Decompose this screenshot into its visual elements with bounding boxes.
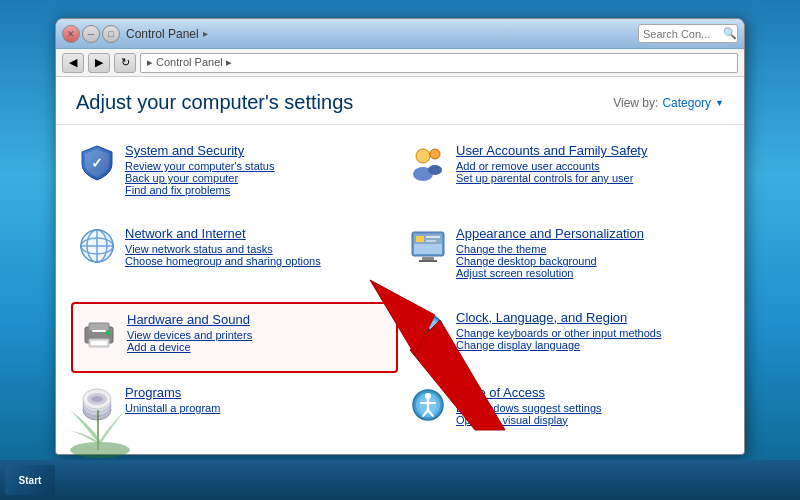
view-by-label: View by: [613,96,658,110]
page-title: Adjust your computer's settings [76,91,353,114]
breadcrumb-arrow: ▸ [203,28,208,39]
system-security-link-1[interactable]: Review your computer's status [125,160,392,172]
hardware-sound-title[interactable]: Hardware and Sound [127,312,390,327]
programs-link-1[interactable]: Uninstall a program [125,402,392,414]
panel-hardware-sound[interactable]: Hardware and Sound View devices and prin… [71,302,398,373]
clock-language-text: Clock, Language, and Region Change keybo… [456,310,723,351]
appearance-link-3[interactable]: Adjust screen resolution [456,267,723,279]
content-area: Adjust your computer's settings View by:… [56,77,744,454]
start-label: Start [19,475,42,486]
breadcrumb-text: Control Panel [126,27,199,41]
window-controls: ✕ ─ □ [62,25,120,43]
panel-ease-access[interactable]: Ease of Access Let Windows suggest setti… [402,377,729,444]
network-text: Network and Internet View network status… [125,226,392,267]
system-security-icon: ✓ [77,143,117,183]
address-text: ▸ Control Panel ▸ [147,56,232,69]
ease-access-icon [408,385,448,425]
svg-point-24 [106,331,110,335]
clock-language-title[interactable]: Clock, Language, and Region [456,310,723,325]
panel-clock-language[interactable]: Clock, Language, and Region Change keybo… [402,302,729,373]
appearance-title[interactable]: Appearance and Personalization [456,226,723,241]
user-accounts-title[interactable]: User Accounts and Family Safety [456,143,723,158]
start-button[interactable]: Start [5,465,55,495]
ease-access-title[interactable]: Ease of Access [456,385,723,400]
search-icon: 🔍 [723,27,737,40]
maximize-button[interactable]: □ [102,25,120,43]
title-bar: ✕ ─ □ Control Panel ▸ 🔍 [56,19,744,49]
user-accounts-link-1[interactable]: Add or remove user accounts [456,160,723,172]
svg-rect-18 [419,260,437,262]
system-security-link-3[interactable]: Find and fix problems [125,184,392,196]
content-header: Adjust your computer's settings View by:… [56,77,744,125]
minimize-button[interactable]: ─ [82,25,100,43]
address-bar: ◀ ▶ ↻ ▸ Control Panel ▸ [56,49,744,77]
appearance-link-2[interactable]: Change desktop background [456,255,723,267]
user-accounts-icon [408,143,448,183]
network-link-2[interactable]: Choose homegroup and sharing options [125,255,392,267]
control-panel-window: ✕ ─ □ Control Panel ▸ 🔍 ◀ ▶ ↻ ▸ Control … [55,18,745,455]
refresh-button[interactable]: ↻ [114,53,136,73]
svg-rect-15 [426,236,440,238]
network-icon [77,226,117,266]
programs-title[interactable]: Programs [125,385,392,400]
chevron-down-icon: ▼ [715,98,724,108]
network-link-1[interactable]: View network status and tasks [125,243,392,255]
search-input[interactable] [643,28,723,40]
svg-point-3 [430,149,440,159]
hardware-sound-link-1[interactable]: View devices and printers [127,329,390,341]
programs-text: Programs Uninstall a program [125,385,392,414]
user-accounts-text: User Accounts and Family Safety Add or r… [456,143,723,184]
system-security-link-2[interactable]: Back up your computer [125,172,392,184]
forward-button[interactable]: ▶ [88,53,110,73]
system-security-title[interactable]: System and Security [125,143,392,158]
svg-rect-22 [91,341,107,345]
view-by-control[interactable]: View by: Category ▼ [613,96,724,110]
ease-access-text: Ease of Access Let Windows suggest setti… [456,385,723,426]
svg-point-30 [426,328,430,332]
breadcrumb: Control Panel ▸ [126,27,634,41]
system-security-text: System and Security Review your computer… [125,143,392,196]
close-button[interactable]: ✕ [62,25,80,43]
svg-rect-16 [426,240,436,242]
hardware-sound-link-2[interactable]: Add a device [127,341,390,353]
taskbar: Start [0,460,800,500]
svg-point-4 [428,165,442,175]
user-accounts-link-2[interactable]: Set up parental controls for any user [456,172,723,184]
svg-text:✓: ✓ [91,155,103,171]
panel-system-security[interactable]: ✓ System and Security Review your comput… [71,135,398,214]
panel-user-accounts[interactable]: User Accounts and Family Safety Add or r… [402,135,729,214]
svg-rect-23 [92,330,106,332]
hardware-sound-text: Hardware and Sound View devices and prin… [127,312,390,353]
view-by-value[interactable]: Category [662,96,711,110]
svg-rect-14 [416,236,424,242]
svg-rect-20 [89,323,109,331]
svg-point-1 [416,149,430,163]
search-box[interactable]: 🔍 [638,24,738,43]
desktop-decoration [60,400,140,460]
address-field: ▸ Control Panel ▸ [140,53,738,73]
appearance-icon [408,226,448,266]
svg-point-10 [81,230,113,262]
network-title[interactable]: Network and Internet [125,226,392,241]
ease-access-link-1[interactable]: Let Windows suggest settings [456,402,723,414]
appearance-text: Appearance and Personalization Change th… [456,226,723,279]
clock-language-link-1[interactable]: Change keyboards or other input methods [456,327,723,339]
panels-grid: ✓ System and Security Review your comput… [56,125,744,454]
ease-access-link-2[interactable]: Optimize visual display [456,414,723,426]
panel-appearance[interactable]: Appearance and Personalization Change th… [402,218,729,297]
back-button[interactable]: ◀ [62,53,84,73]
svg-rect-17 [422,257,434,260]
clock-language-link-2[interactable]: Change display language [456,339,723,351]
hardware-sound-icon [79,312,119,352]
panel-network[interactable]: Network and Internet View network status… [71,218,398,297]
clock-language-icon [408,310,448,350]
appearance-link-1[interactable]: Change the theme [456,243,723,255]
